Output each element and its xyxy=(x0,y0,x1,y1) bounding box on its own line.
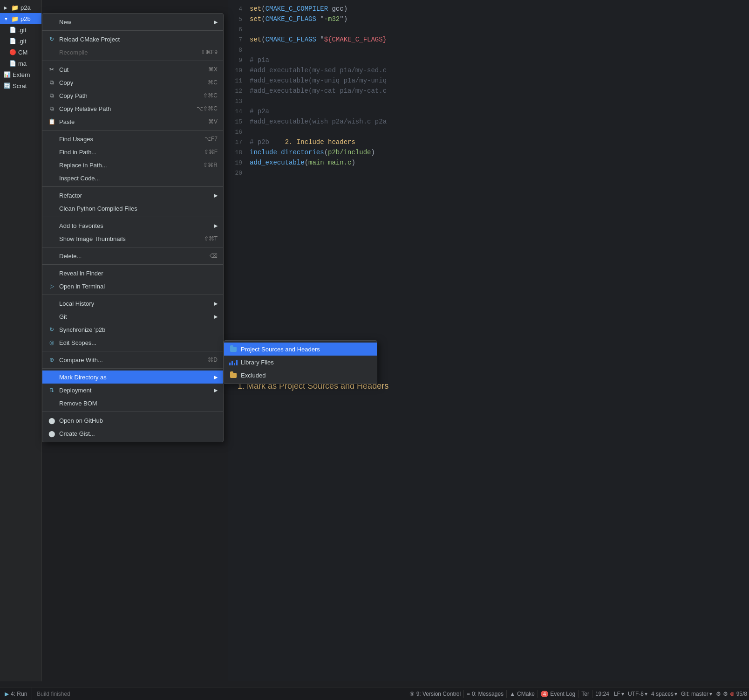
menu-item-git[interactable]: Git ▶ xyxy=(42,310,223,323)
project-sources-icon xyxy=(230,345,237,353)
menu-label-reload: Reload CMake Project xyxy=(59,36,218,43)
github-icon2: ⬤ xyxy=(48,430,55,437)
settings-icon[interactable]: ⚙ xyxy=(723,691,728,697)
menu-label-recompile: Recompile xyxy=(59,49,197,56)
messages-tab[interactable]: = 0: Messages xyxy=(464,687,506,700)
separator xyxy=(42,264,223,265)
shortcut-delete: ⌫ xyxy=(210,253,218,259)
menu-item-recompile: Recompile ⇧⌘F9 xyxy=(42,46,223,59)
menu-label-thumbnails: Show Image Thumbnails xyxy=(59,235,200,242)
submenu-item-project-sources[interactable]: Project Sources and Headers xyxy=(224,343,377,356)
code-line-12: 12 #add_executable(my-cat p1a/my-cat.c xyxy=(228,86,749,96)
tree-item-cmake[interactable]: 🔴 CM xyxy=(0,47,41,58)
menu-item-open-terminal[interactable]: ▷ Open in Terminal xyxy=(42,280,223,293)
menu-item-edit-scopes[interactable]: ◎ Edit Scopes... xyxy=(42,336,223,349)
build-status: Build finished xyxy=(32,691,75,697)
indent-indicator[interactable]: 4 spaces ▾ xyxy=(649,687,679,700)
tree-item-p2b[interactable]: ▼ 📁 p2b xyxy=(0,13,41,24)
shortcut-copy-rel: ⌥⇧⌘C xyxy=(197,105,218,112)
separator xyxy=(42,351,223,351)
run-label: 4: Run xyxy=(11,691,27,697)
menu-item-thumbnails[interactable]: Show Image Thumbnails ⇧⌘T xyxy=(42,232,223,245)
menu-item-replace-path[interactable]: Replace in Path... ⇧⌘R xyxy=(42,158,223,172)
cut-icon: ✂ xyxy=(48,66,55,73)
file-icon-main: 📄 xyxy=(9,60,16,67)
git-arrow: ▾ xyxy=(709,691,712,697)
encoding-indicator[interactable]: LF ▾ xyxy=(612,687,626,700)
status-icons-right: ⚙ ⚙ ⊗ 95/8 xyxy=(714,687,749,700)
menu-item-local-history[interactable]: Local History ▶ xyxy=(42,297,223,310)
shortcut-find-usages: ⌥F7 xyxy=(204,136,218,142)
tree-item-main[interactable]: 📄 ma xyxy=(0,58,41,69)
lf-arrow: ▾ xyxy=(621,691,624,697)
tree-item-scratch[interactable]: 🔄 Scrat xyxy=(0,80,41,91)
menu-item-mark-dir[interactable]: Mark Directory as ▶ xyxy=(42,371,223,384)
menu-item-new[interactable]: New ▶ xyxy=(42,15,223,28)
menu-item-sync[interactable]: ↻ Synchronize 'p2b' xyxy=(42,323,223,336)
alert-icon[interactable]: ⊗ xyxy=(730,691,735,697)
menu-label-paste: Paste xyxy=(59,118,204,125)
cmake-tab[interactable]: ▲ CMake xyxy=(507,687,538,700)
menu-item-create-gist[interactable]: ⬤ Create Gist... xyxy=(42,427,223,440)
menu-item-add-favorites[interactable]: Add to Favorites ▶ xyxy=(42,219,223,232)
context-menu: New ▶ ↻ Reload CMake Project Recompile ⇧… xyxy=(42,13,224,442)
shortcut-copy: ⌘C xyxy=(208,79,218,86)
folder-icon-p2a: 📁 xyxy=(11,4,19,11)
event-log-tab[interactable]: 4 Event Log xyxy=(538,687,578,700)
file-icon-git2: 📄 xyxy=(9,38,16,44)
code-line-10: 10 #add_executable(my-sed p1a/my-sed.c xyxy=(228,65,749,75)
menu-item-find-usages[interactable]: Find Usages ⌥F7 xyxy=(42,132,223,145)
menu-item-inspect-code[interactable]: Inspect Code... xyxy=(42,172,223,185)
run-icon: ▶ xyxy=(5,691,9,697)
position-indicator[interactable]: 19:24 xyxy=(592,687,612,700)
menu-item-clean-python[interactable]: Clean Python Compiled Files xyxy=(42,202,223,215)
paste-icon: 📋 xyxy=(48,118,55,125)
terminal-tab[interactable]: Ter xyxy=(579,687,592,700)
code-line-20: 20 xyxy=(228,168,749,178)
event-badge: 4 xyxy=(541,691,548,697)
git-branch-indicator[interactable]: Git: master ▾ xyxy=(679,687,714,700)
version-control-tab[interactable]: ⑨ 9: Version Control xyxy=(407,687,463,700)
run-tab[interactable]: ▶ 4: Run xyxy=(0,687,32,700)
tree-item-extern[interactable]: 📊 Extern xyxy=(0,69,41,80)
code-line-9: 9 # p1a xyxy=(228,55,749,65)
menu-item-refactor[interactable]: Refactor ▶ xyxy=(42,189,223,202)
charset-indicator[interactable]: UTF-8 ▾ xyxy=(626,687,649,700)
menu-label-remove-bom: Remove BOM xyxy=(59,400,218,407)
menu-item-open-github[interactable]: ⬤ Open on GitHub xyxy=(42,414,223,427)
menu-label-add-favorites: Add to Favorites xyxy=(59,222,208,229)
shortcut-find-path: ⇧⌘F xyxy=(204,149,218,155)
menu-item-copy-rel-path[interactable]: ⧉ Copy Relative Path ⌥⇧⌘C xyxy=(42,102,223,115)
menu-item-remove-bom[interactable]: Remove BOM xyxy=(42,397,223,410)
menu-item-reveal-finder[interactable]: Reveal in Finder xyxy=(42,267,223,280)
tree-item-p2a[interactable]: ▶ 📁 p2a xyxy=(0,2,41,13)
menu-item-compare[interactable]: ⊕ Compare With... ⌘D xyxy=(42,353,223,366)
menu-item-copy[interactable]: ⧉ Copy ⌘C xyxy=(42,76,223,89)
menu-item-find-path[interactable]: Find in Path... ⇧⌘F xyxy=(42,145,223,158)
menu-item-delete[interactable]: Delete... ⌫ xyxy=(42,249,223,262)
power-icon[interactable]: ⚙ xyxy=(716,691,721,697)
library-files-icon xyxy=(230,358,237,366)
tree-label-p2a: p2a xyxy=(20,4,31,11)
tree-label-p2b: p2b xyxy=(20,15,31,22)
menu-label-git: Git xyxy=(59,313,208,320)
menu-label-copy-path: Copy Path xyxy=(59,92,199,99)
submenu-item-library-files[interactable]: Library Files xyxy=(224,356,377,369)
tree-item-git2[interactable]: 📄 .git xyxy=(0,35,41,47)
menu-item-paste[interactable]: 📋 Paste ⌘V xyxy=(42,115,223,128)
menu-label-create-gist: Create Gist... xyxy=(59,430,218,437)
project-sidebar: ▶ 📁 p2a ▼ 📁 p2b 📄 .git 📄 .git 🔴 CM 📄 ma xyxy=(0,0,42,681)
submenu-mark-directory: Project Sources and Headers Library File… xyxy=(224,340,377,384)
menu-item-cut[interactable]: ✂ Cut ⌘X xyxy=(42,63,223,76)
shortcut-compare: ⌘D xyxy=(208,357,218,363)
submenu-item-excluded[interactable]: Excluded xyxy=(224,369,377,382)
charset-arrow: ▾ xyxy=(645,691,647,697)
shortcut-cut: ⌘X xyxy=(208,66,218,73)
tree-item-git1[interactable]: 📄 .git xyxy=(0,24,41,35)
code-line-6: 6 xyxy=(228,24,749,34)
menu-item-deployment[interactable]: ⇅ Deployment ▶ xyxy=(42,384,223,397)
code-line-19: 19 add_executable(main main.c) xyxy=(228,158,749,168)
menu-item-reload[interactable]: ↻ Reload CMake Project xyxy=(42,33,223,46)
menu-item-copy-path[interactable]: ⧉ Copy Path ⇧⌘C xyxy=(42,89,223,102)
menu-label-sync: Synchronize 'p2b' xyxy=(59,326,218,333)
